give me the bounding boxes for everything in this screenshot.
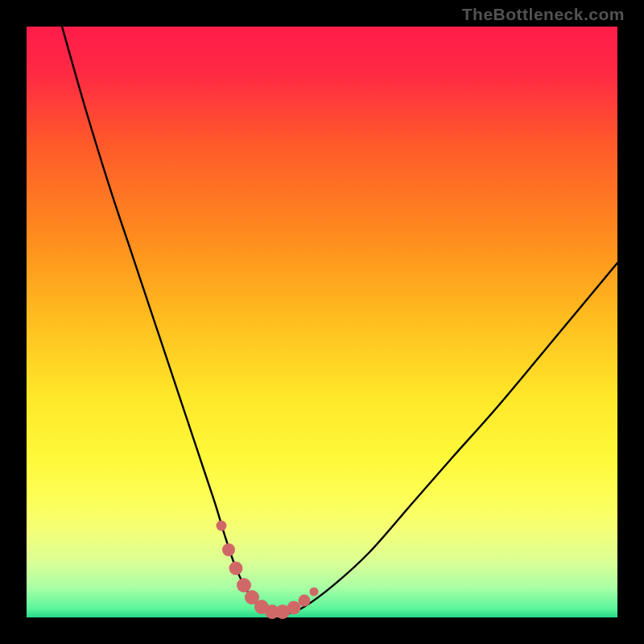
highlight-marker (222, 543, 235, 556)
chart-svg (27, 27, 617, 617)
highlight-marker (298, 594, 310, 606)
bottleneck-curve (62, 27, 617, 615)
plot-area (27, 27, 617, 617)
highlight-marker (217, 521, 227, 531)
highlight-marker (229, 562, 242, 576)
chart-frame: TheBottleneck.com (0, 0, 644, 644)
highlight-marker (310, 588, 319, 597)
watermark-text: TheBottleneck.com (462, 5, 625, 24)
